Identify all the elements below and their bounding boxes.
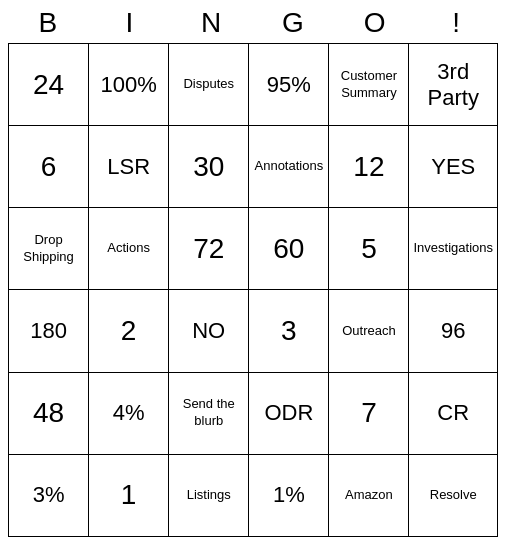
grid-cell-4-4: 7	[329, 373, 409, 455]
grid-cell-3-0: 180	[9, 290, 89, 372]
grid-cell-0-3: 95%	[249, 44, 329, 126]
grid-cell-5-2: Listings	[169, 455, 249, 537]
grid-cell-2-3: 60	[249, 208, 329, 290]
cell-text-1-5: YES	[431, 154, 475, 180]
grid-cell-5-0: 3%	[9, 455, 89, 537]
cell-text-0-2: Disputes	[183, 76, 234, 93]
cell-text-4-4: 7	[361, 397, 377, 429]
grid-cell-2-1: Actions	[89, 208, 169, 290]
cell-text-1-3: Annotations	[255, 158, 324, 175]
cell-text-1-4: 12	[353, 151, 384, 183]
bingo-container: BINGO! 24100%Disputes95%Customer Summary…	[8, 7, 498, 537]
cell-text-0-3: 95%	[267, 72, 311, 98]
grid-cell-2-0: Drop Shipping	[9, 208, 89, 290]
header-letter-i: I	[90, 7, 172, 39]
grid-cell-5-1: 1	[89, 455, 169, 537]
grid-cell-1-1: LSR	[89, 126, 169, 208]
cell-text-1-1: LSR	[107, 154, 150, 180]
grid-cell-2-2: 72	[169, 208, 249, 290]
grid-cell-3-2: NO	[169, 290, 249, 372]
grid-cell-4-2: Send the blurb	[169, 373, 249, 455]
bingo-grid: 24100%Disputes95%Customer Summary3rd Par…	[8, 43, 498, 537]
cell-text-2-3: 60	[273, 233, 304, 265]
grid-cell-0-1: 100%	[89, 44, 169, 126]
cell-text-4-1: 4%	[113, 400, 145, 426]
cell-text-3-0: 180	[30, 318, 67, 344]
grid-cell-1-4: 12	[329, 126, 409, 208]
cell-text-0-4: Customer Summary	[333, 68, 404, 102]
grid-cell-3-5: 96	[409, 290, 498, 372]
cell-text-5-5: Resolve	[430, 487, 477, 504]
grid-cell-1-3: Annotations	[249, 126, 329, 208]
grid-cell-2-4: 5	[329, 208, 409, 290]
cell-text-5-1: 1	[121, 479, 137, 511]
grid-cell-4-0: 48	[9, 373, 89, 455]
grid-cell-1-2: 30	[169, 126, 249, 208]
cell-text-4-3: ODR	[264, 400, 313, 426]
cell-text-0-5: 3rd Party	[413, 59, 493, 111]
grid-cell-0-5: 3rd Party	[409, 44, 498, 126]
cell-text-1-0: 6	[41, 151, 57, 183]
grid-cell-0-0: 24	[9, 44, 89, 126]
cell-text-2-0: Drop Shipping	[13, 232, 84, 266]
cell-text-0-0: 24	[33, 69, 64, 101]
header-letter-b: B	[8, 7, 90, 39]
cell-text-4-5: CR	[437, 400, 469, 426]
cell-text-3-1: 2	[121, 315, 137, 347]
grid-cell-0-4: Customer Summary	[329, 44, 409, 126]
cell-text-3-5: 96	[441, 318, 465, 344]
header-letter-!: !	[416, 7, 498, 39]
cell-text-4-0: 48	[33, 397, 64, 429]
grid-cell-5-4: Amazon	[329, 455, 409, 537]
grid-cell-3-3: 3	[249, 290, 329, 372]
header-letter-g: G	[253, 7, 335, 39]
grid-cell-5-5: Resolve	[409, 455, 498, 537]
cell-text-2-1: Actions	[107, 240, 150, 257]
grid-cell-0-2: Disputes	[169, 44, 249, 126]
cell-text-0-1: 100%	[101, 72, 157, 98]
cell-text-5-4: Amazon	[345, 487, 393, 504]
grid-cell-3-4: Outreach	[329, 290, 409, 372]
cell-text-3-2: NO	[192, 318, 225, 344]
cell-text-3-4: Outreach	[342, 323, 395, 340]
bingo-header: BINGO!	[8, 7, 498, 39]
grid-cell-5-3: 1%	[249, 455, 329, 537]
cell-text-2-4: 5	[361, 233, 377, 265]
cell-text-2-5: Investigations	[413, 240, 493, 257]
cell-text-2-2: 72	[193, 233, 224, 265]
cell-text-5-3: 1%	[273, 482, 305, 508]
cell-text-5-2: Listings	[187, 487, 231, 504]
grid-cell-4-5: CR	[409, 373, 498, 455]
header-letter-o: O	[335, 7, 417, 39]
grid-cell-4-3: ODR	[249, 373, 329, 455]
cell-text-3-3: 3	[281, 315, 297, 347]
cell-text-5-0: 3%	[33, 482, 65, 508]
grid-cell-1-5: YES	[409, 126, 498, 208]
grid-cell-2-5: Investigations	[409, 208, 498, 290]
cell-text-1-2: 30	[193, 151, 224, 183]
header-letter-n: N	[171, 7, 253, 39]
grid-cell-1-0: 6	[9, 126, 89, 208]
grid-cell-4-1: 4%	[89, 373, 169, 455]
cell-text-4-2: Send the blurb	[173, 396, 244, 430]
grid-cell-3-1: 2	[89, 290, 169, 372]
